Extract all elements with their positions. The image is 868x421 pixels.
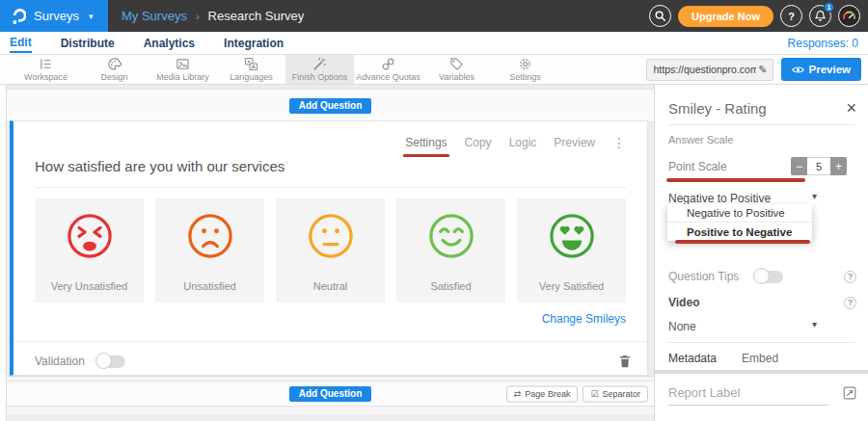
add-question-band-top: Add Question bbox=[7, 89, 654, 122]
toolbar-label: Media Library bbox=[156, 72, 209, 82]
add-question-button-top[interactable]: Add Question bbox=[289, 98, 372, 114]
question-tips-row: Question Tips ? bbox=[668, 268, 856, 285]
smiley-option-very-unsatisfied[interactable]: Very Unsatisfied bbox=[35, 198, 144, 303]
question-tab-preview[interactable]: Preview bbox=[554, 136, 595, 149]
help-icon[interactable]: ? bbox=[844, 297, 856, 309]
survey-url-input[interactable] bbox=[652, 63, 759, 76]
smiley-label: Neutral bbox=[313, 280, 347, 292]
toolbar-item-workspace[interactable]: Workspace bbox=[12, 55, 80, 84]
add-question-band-bottom: Add Question ⇄ Page Break ☑ Separator bbox=[7, 376, 654, 414]
satisfied-smiley-icon bbox=[426, 211, 476, 261]
breadcrumb-current: Research Survey bbox=[208, 9, 305, 23]
upgrade-now-button[interactable]: Upgrade Now bbox=[678, 6, 773, 27]
help-button[interactable]: ? bbox=[780, 5, 802, 27]
question-tips-toggle[interactable] bbox=[754, 271, 783, 283]
search-button[interactable] bbox=[649, 5, 671, 27]
point-scale-row: Point Scale − 5 + bbox=[668, 157, 847, 175]
toolbar-item-media-library[interactable]: Media Library bbox=[149, 55, 217, 84]
video-label: Video bbox=[668, 296, 699, 309]
point-scale-label: Point Scale bbox=[668, 160, 727, 173]
pencil-icon[interactable]: ✎ bbox=[758, 64, 767, 76]
toolbar-label: Design bbox=[100, 72, 127, 82]
video-select-value: None bbox=[668, 320, 696, 333]
delete-question-button[interactable] bbox=[618, 354, 632, 369]
page-break-button[interactable]: ⇄ Page Break bbox=[506, 385, 579, 402]
survey-url-box[interactable]: ✎ bbox=[646, 59, 773, 81]
toolbar-item-advance-quotas[interactable]: Advance Quotas bbox=[354, 55, 422, 84]
toolbar-item-variables[interactable]: Variables bbox=[422, 55, 491, 84]
question-tab-logic[interactable]: Logic bbox=[509, 136, 537, 149]
scale-direction-dropdown: Negative to Positive Positive to Negativ… bbox=[667, 204, 812, 241]
image-icon bbox=[176, 57, 190, 71]
question-settings-panel: Smiley - Rating × Answer Scale Point Sca… bbox=[654, 85, 868, 421]
question-card-tabs: Settings Copy Logic Preview ⋮ bbox=[405, 136, 626, 149]
report-label-input[interactable] bbox=[668, 383, 828, 406]
survey-canvas: Add Question Settings Copy Logic Preview… bbox=[0, 85, 654, 421]
dropdown-option-positive-to-negative[interactable]: Positive to Negative bbox=[667, 223, 812, 241]
toolbar-label: Advance Quotas bbox=[356, 72, 420, 82]
help-icon[interactable]: ? bbox=[844, 271, 856, 283]
smiley-option-satisfied[interactable]: Satisfied bbox=[396, 198, 505, 303]
responses-count: Responses: 0 bbox=[788, 37, 858, 50]
toggle-knob bbox=[753, 268, 770, 284]
notifications-button[interactable]: 1 bbox=[809, 5, 831, 27]
answer-scale-label: Answer Scale bbox=[668, 134, 733, 145]
app-menu-label: Surveys bbox=[34, 9, 79, 23]
tab-edit[interactable]: Edit bbox=[10, 33, 32, 53]
toolbar-label: Workspace bbox=[24, 72, 68, 82]
help-icon: ? bbox=[788, 11, 795, 22]
annotation-underline-positive-to-negative bbox=[675, 240, 810, 244]
toolbar-item-settings[interactable]: Settings bbox=[491, 55, 559, 84]
separator-button[interactable]: ☑ Separator bbox=[583, 385, 648, 402]
change-smileys-link[interactable]: Change Smileys bbox=[542, 312, 626, 326]
toolbar-item-finish-options[interactable]: Finish Options bbox=[285, 55, 354, 84]
toolbar-label: Variables bbox=[439, 72, 475, 82]
card-divider bbox=[14, 341, 647, 342]
topbar: Surveys ▾ My Surveys › Research Survey U… bbox=[0, 0, 868, 32]
close-icon[interactable]: × bbox=[846, 99, 856, 117]
panel-header: Smiley - Rating × bbox=[668, 99, 856, 117]
account-avatar[interactable] bbox=[838, 5, 860, 27]
toolbar-item-languages[interactable]: Languages bbox=[217, 55, 285, 84]
search-icon bbox=[654, 10, 666, 22]
kebab-menu-icon[interactable]: ⋮ bbox=[612, 136, 626, 149]
toolbar-label: Languages bbox=[230, 72, 273, 82]
panel-divider bbox=[668, 342, 854, 343]
chevron-down-icon: ▾ bbox=[812, 319, 817, 329]
edit-report-label-icon[interactable] bbox=[843, 386, 856, 400]
scale-direction-value: Negative to Positive bbox=[668, 192, 771, 205]
bell-icon bbox=[814, 10, 827, 22]
decrease-button[interactable]: − bbox=[791, 157, 807, 175]
smiley-option-unsatisfied[interactable]: Unsatisfied bbox=[155, 198, 264, 303]
unsatisfied-smiley-icon bbox=[185, 211, 235, 261]
annotation-underline-settings bbox=[403, 154, 448, 157]
toolbar-item-design[interactable]: Design bbox=[80, 55, 149, 84]
app-menu[interactable]: Surveys ▾ bbox=[0, 0, 108, 32]
question-title[interactable]: How satisfied are you with our services bbox=[35, 158, 626, 188]
smiley-option-neutral[interactable]: Neutral bbox=[276, 198, 385, 303]
page-break-icon: ⇄ bbox=[514, 389, 522, 399]
breadcrumb-parent[interactable]: My Surveys bbox=[122, 9, 187, 23]
dropdown-option-negative-to-positive[interactable]: Negative to Positive bbox=[667, 204, 812, 223]
editor-toolbar: Workspace Design Media Library bbox=[0, 55, 868, 85]
insert-options: ⇄ Page Break ☑ Separator bbox=[506, 385, 648, 402]
add-question-button-bottom[interactable]: Add Question bbox=[289, 386, 372, 402]
breadcrumb: My Surveys › Research Survey bbox=[122, 9, 304, 23]
preview-button[interactable]: Preview bbox=[781, 58, 861, 81]
tab-distribute[interactable]: Distribute bbox=[61, 34, 115, 52]
smiley-label: Very Satisfied bbox=[539, 280, 604, 292]
tab-integration[interactable]: Integration bbox=[224, 34, 284, 52]
scale-direction-select[interactable]: Negative to Positive ▾ bbox=[668, 189, 856, 204]
video-select[interactable]: None ▾ bbox=[668, 317, 856, 332]
chevron-down-icon: ▾ bbox=[89, 12, 94, 21]
point-scale-value[interactable]: 5 bbox=[807, 157, 830, 175]
question-tab-copy[interactable]: Copy bbox=[465, 136, 492, 149]
tab-analytics[interactable]: Analytics bbox=[144, 34, 195, 52]
increase-button[interactable]: + bbox=[830, 157, 847, 175]
question-tab-settings[interactable]: Settings bbox=[405, 136, 447, 149]
panel-title: Smiley - Rating bbox=[668, 100, 767, 117]
smiley-option-very-satisfied[interactable]: Very Satisfied bbox=[517, 198, 626, 303]
preview-button-label: Preview bbox=[809, 64, 851, 75]
validation-toggle[interactable] bbox=[96, 355, 125, 368]
topbar-actions: Upgrade Now ? 1 bbox=[649, 5, 868, 27]
